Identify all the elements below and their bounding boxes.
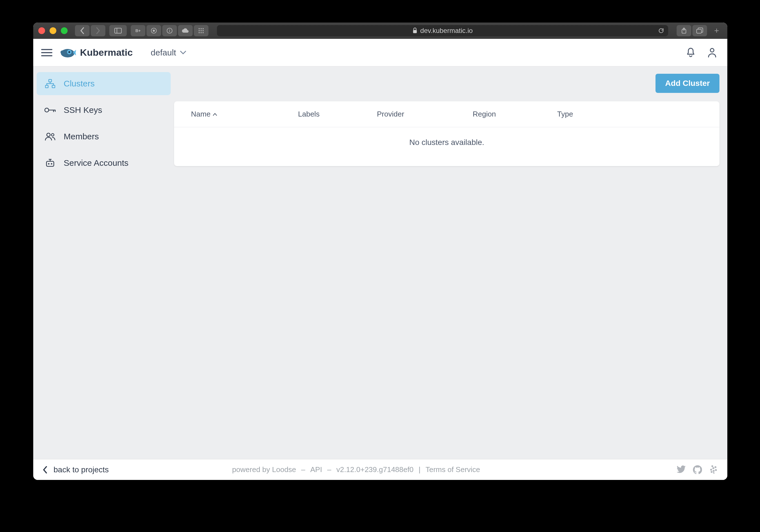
- lock-icon: [412, 27, 417, 34]
- browser-titlebar: B+ dev.kubermatic.io: [33, 22, 727, 39]
- slack-link[interactable]: [709, 465, 718, 474]
- new-tab-button[interactable]: +: [711, 26, 722, 35]
- extension-badge-icon[interactable]: B+: [131, 25, 145, 36]
- close-window-button[interactable]: [38, 27, 45, 34]
- sidebar-item-label: Clusters: [64, 79, 95, 88]
- app-header: Kubermatic default: [33, 39, 727, 66]
- back-to-projects-link[interactable]: back to projects: [43, 465, 109, 474]
- footer-separator: –: [301, 465, 305, 474]
- svg-rect-16: [413, 30, 417, 33]
- sidebar-toggle-button[interactable]: [109, 25, 127, 36]
- svg-point-15: [203, 32, 204, 33]
- svg-point-3: [153, 29, 155, 31]
- brand[interactable]: Kubermatic: [59, 46, 133, 60]
- footer-powered-by: powered by Loodse: [232, 465, 296, 474]
- share-button[interactable]: [677, 25, 691, 36]
- footer-version: v2.12.0+239.g71488ef0: [336, 465, 413, 474]
- project-selector[interactable]: default: [151, 48, 186, 58]
- app-body: Clusters SSH Keys Members Service Accoun…: [33, 66, 727, 459]
- user-icon: [707, 47, 717, 58]
- svg-point-30: [48, 163, 50, 165]
- robot-icon: [44, 158, 56, 167]
- key-icon: [44, 107, 56, 113]
- extension-cloud-icon[interactable]: [178, 25, 193, 36]
- add-cluster-button[interactable]: Add Cluster: [655, 74, 719, 93]
- maximize-window-button[interactable]: [61, 27, 68, 34]
- minimize-window-button[interactable]: [50, 27, 56, 34]
- extension-shield-icon[interactable]: [147, 25, 161, 36]
- column-header-labels[interactable]: Labels: [298, 110, 377, 118]
- svg-point-27: [47, 133, 50, 137]
- table-header: Name Labels Provider Region Type: [174, 101, 719, 127]
- footer-api-link[interactable]: API: [310, 465, 322, 474]
- svg-rect-18: [697, 29, 701, 33]
- sidebar-item-label: SSH Keys: [64, 105, 102, 115]
- extension-info-icon[interactable]: [162, 25, 177, 36]
- notifications-button[interactable]: [684, 45, 698, 60]
- address-bar[interactable]: dev.kubermatic.io: [217, 25, 668, 36]
- svg-point-10: [199, 30, 200, 31]
- sidebar-item-clusters[interactable]: Clusters: [37, 72, 171, 95]
- github-icon: [693, 465, 702, 474]
- people-icon: [44, 132, 56, 141]
- svg-point-26: [45, 108, 49, 112]
- column-header-type[interactable]: Type: [557, 110, 702, 118]
- svg-point-13: [199, 32, 200, 33]
- sidebar-item-ssh-keys[interactable]: SSH Keys: [37, 99, 171, 122]
- twitter-icon: [677, 465, 686, 473]
- footer-separator: –: [327, 465, 331, 474]
- browser-window: B+ dev.kubermatic.io: [33, 22, 727, 480]
- address-bar-text: dev.kubermatic.io: [420, 27, 473, 35]
- svg-point-31: [51, 163, 52, 165]
- slack-icon: [709, 465, 718, 474]
- svg-rect-24: [45, 85, 48, 88]
- svg-rect-0: [115, 28, 121, 33]
- svg-point-14: [201, 32, 202, 33]
- svg-rect-29: [46, 161, 54, 166]
- sidebar-item-label: Service Accounts: [64, 158, 128, 168]
- column-header-name[interactable]: Name: [191, 110, 298, 118]
- github-link[interactable]: [693, 465, 702, 474]
- svg-point-28: [52, 134, 54, 136]
- svg-point-21: [69, 51, 71, 53]
- svg-point-7: [199, 28, 200, 29]
- kubermatic-logo-icon: [59, 46, 76, 60]
- twitter-link[interactable]: [677, 465, 686, 474]
- column-header-provider[interactable]: Provider: [377, 110, 473, 118]
- footer-tos-link[interactable]: Terms of Service: [426, 465, 480, 474]
- svg-rect-6: [169, 29, 170, 30]
- bell-icon: [686, 47, 695, 58]
- sort-asc-icon: [213, 112, 217, 116]
- brand-name: Kubermatic: [80, 47, 133, 58]
- svg-rect-25: [52, 85, 55, 88]
- project-selector-value: default: [151, 48, 176, 58]
- empty-state-message: No clusters available.: [174, 127, 719, 166]
- tabs-button[interactable]: [692, 25, 707, 36]
- chevron-left-icon: [43, 466, 47, 473]
- svg-rect-23: [49, 79, 52, 82]
- sidebar-item-members[interactable]: Members: [37, 125, 171, 148]
- svg-point-11: [201, 30, 202, 31]
- sidebar-item-label: Members: [64, 132, 99, 141]
- sidebar: Clusters SSH Keys Members Service Accoun…: [33, 66, 174, 459]
- nav-forward-button[interactable]: [91, 25, 105, 36]
- app-footer: back to projects powered by Loodse – API…: [33, 459, 727, 480]
- clusters-table: Name Labels Provider Region Type No clus…: [174, 101, 719, 166]
- nav-back-button[interactable]: [75, 25, 90, 36]
- extension-grid-icon[interactable]: [194, 25, 209, 36]
- sitemap-icon: [44, 79, 56, 88]
- svg-rect-5: [169, 30, 170, 32]
- svg-point-8: [201, 28, 202, 29]
- menu-toggle-button[interactable]: [41, 47, 52, 58]
- reload-button[interactable]: [658, 27, 664, 34]
- chevron-down-icon: [180, 51, 186, 55]
- footer-separator: |: [419, 465, 421, 474]
- column-header-region[interactable]: Region: [473, 110, 557, 118]
- account-button[interactable]: [705, 45, 719, 60]
- svg-point-12: [203, 30, 204, 31]
- main-content: Add Cluster Name Labels Provider Region …: [174, 66, 727, 459]
- svg-point-9: [203, 28, 204, 29]
- sidebar-item-service-accounts[interactable]: Service Accounts: [37, 152, 171, 174]
- window-controls: [38, 27, 68, 34]
- svg-point-22: [710, 48, 714, 52]
